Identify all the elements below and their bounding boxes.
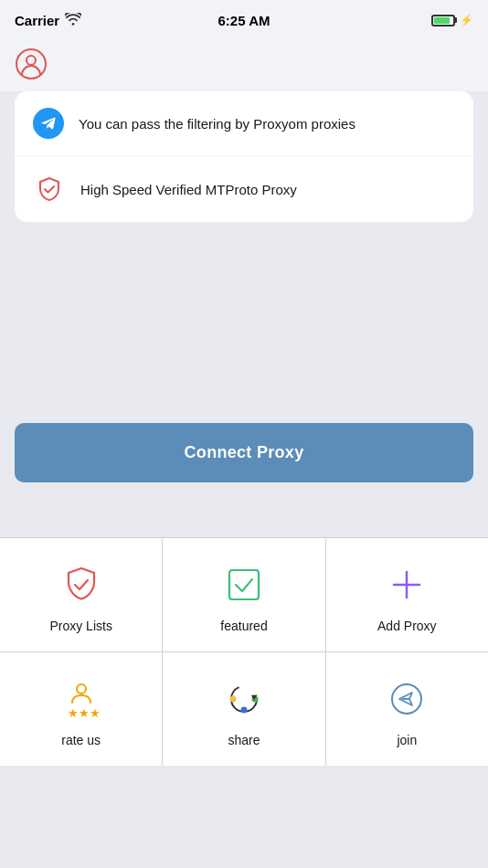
rate-us-icon: ★★★ — [57, 674, 106, 724]
info-text-shield: High Speed Verified MTProto Proxy — [80, 180, 297, 199]
info-text-telegram: You can pass the filtering by Proxyom pr… — [79, 114, 355, 133]
telegram-icon — [33, 108, 64, 139]
add-proxy-label: Add Proxy — [377, 619, 437, 633]
connect-proxy-button[interactable]: Connect Proxy — [15, 423, 473, 482]
status-time: 6:25 AM — [218, 13, 271, 28]
grid-item-add-proxy[interactable]: Add Proxy — [326, 538, 488, 651]
middle-space — [0, 222, 488, 423]
proxy-lists-label: Proxy Lists — [49, 619, 111, 633]
join-label: join — [397, 733, 417, 747]
header — [0, 40, 488, 91]
share-label: share — [228, 733, 260, 747]
grid-item-rate-us[interactable]: ★★★ rate us — [0, 652, 162, 766]
svg-point-1 — [27, 56, 36, 65]
rate-us-label: rate us — [61, 733, 101, 747]
featured-icon — [219, 560, 269, 609]
svg-point-5 — [77, 684, 86, 693]
profile-icon[interactable] — [15, 48, 48, 80]
carrier-label: Carrier — [15, 13, 59, 28]
grid-item-share[interactable]: share — [163, 652, 324, 766]
svg-point-8 — [229, 696, 236, 703]
bottom-space — [0, 482, 488, 537]
svg-point-9 — [240, 707, 247, 714]
info-card: You can pass the filtering by Proxyom pr… — [15, 91, 473, 222]
svg-rect-2 — [229, 570, 259, 599]
info-item-telegram: You can pass the filtering by Proxyom pr… — [15, 91, 473, 156]
grid-section: Proxy Lists featured Add Proxy — [0, 538, 488, 766]
info-item-shield: High Speed Verified MTProto Proxy — [15, 156, 473, 222]
status-left: Carrier — [15, 13, 81, 28]
svg-text:★★★: ★★★ — [68, 706, 101, 719]
grid-item-proxy-lists[interactable]: Proxy Lists — [0, 538, 162, 651]
add-proxy-icon — [382, 560, 431, 609]
wifi-icon — [65, 13, 81, 28]
featured-label: featured — [220, 619, 267, 633]
grid-container: Proxy Lists featured Add Proxy — [0, 538, 488, 766]
join-icon — [382, 674, 431, 724]
status-right: ⚡ — [431, 14, 473, 26]
grid-item-join[interactable]: join — [326, 652, 488, 766]
battery-icon — [431, 15, 455, 26]
grid-item-featured[interactable]: featured — [163, 538, 324, 651]
status-bar: Carrier 6:25 AM ⚡ — [0, 0, 488, 40]
share-icon — [219, 674, 269, 724]
bolt-icon: ⚡ — [460, 14, 473, 26]
connect-btn-wrapper: Connect Proxy — [0, 423, 488, 482]
shield-check-icon — [33, 173, 66, 206]
proxy-lists-icon — [57, 560, 106, 609]
